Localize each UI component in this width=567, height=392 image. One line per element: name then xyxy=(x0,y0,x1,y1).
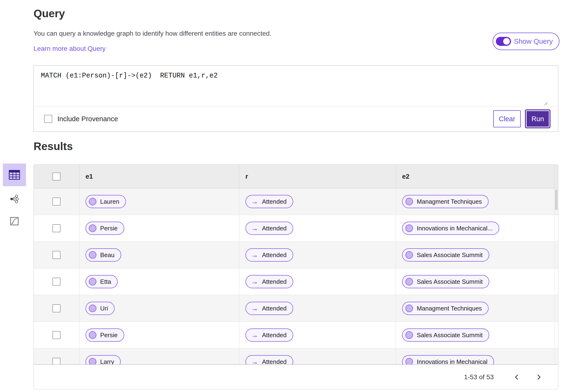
include-provenance-checkbox[interactable] xyxy=(44,115,52,123)
entity-chip-e1[interactable]: Lauren xyxy=(85,195,126,208)
entity-node-icon xyxy=(89,331,97,339)
entity-label: Lauren xyxy=(100,198,119,205)
row-checkbox[interactable] xyxy=(53,197,60,206)
chevron-left-icon xyxy=(514,374,520,380)
table-row: Lauren → Attended Managment Techniques xyxy=(34,188,558,215)
toggle-knob xyxy=(503,38,510,45)
show-query-label: Show Query xyxy=(514,37,553,45)
results-table: e1 r e2 Lauren → Attended Managment Tech… xyxy=(34,165,558,364)
query-description: You can query a knowledge graph to ident… xyxy=(34,30,271,37)
table-row: Etta → Attended Sales Associate Summit xyxy=(34,268,558,295)
relation-label: Attended xyxy=(262,278,287,285)
relation-chip[interactable]: → Attended xyxy=(246,302,293,315)
entity-label: Managment Techniques xyxy=(417,305,482,312)
relation-label: Attended xyxy=(262,358,287,365)
entity-label: Persie xyxy=(100,225,118,232)
query-editor-card: MATCH (e1:Person)-[r]->(e2) RETURN e1,r,… xyxy=(34,65,558,132)
pagination-bar: 1-53 of 53 xyxy=(34,364,558,389)
entity-chip-e1[interactable]: Persie xyxy=(85,328,124,342)
entity-node-icon xyxy=(405,224,413,232)
row-checkbox[interactable] xyxy=(53,251,60,259)
network-view-button[interactable] xyxy=(3,190,26,209)
relation-chip[interactable]: → Attended xyxy=(246,248,293,262)
query-input[interactable]: MATCH (e1:Person)-[r]->(e2) RETURN e1,r,… xyxy=(34,66,558,106)
toggle-switch-icon[interactable] xyxy=(496,37,511,46)
entity-chip-e1[interactable]: Uri xyxy=(85,302,115,315)
previous-page-button[interactable] xyxy=(511,371,523,383)
entity-label: Beau xyxy=(100,252,115,259)
entity-chip-e2[interactable]: Managment Techniques xyxy=(402,195,489,208)
row-checkbox[interactable] xyxy=(53,358,60,364)
entity-chip-e1[interactable]: Beau xyxy=(85,248,121,262)
clear-button[interactable]: Clear xyxy=(493,110,521,127)
entity-label: Larry xyxy=(100,358,114,365)
relation-arrow-icon: → xyxy=(249,198,258,205)
relation-chip[interactable]: → Attended xyxy=(246,355,293,364)
relation-chip[interactable]: → Attended xyxy=(246,222,293,235)
query-controls: Include Provenance Clear Run xyxy=(34,106,558,131)
entity-label: Innovations in Mechanical... xyxy=(417,225,493,232)
relation-label: Attended xyxy=(262,332,287,339)
entity-label: Persie xyxy=(100,332,118,339)
results-title: Results xyxy=(34,140,73,153)
relation-chip[interactable]: → Attended xyxy=(246,275,293,288)
relation-arrow-icon: → xyxy=(249,358,258,364)
table-view-button[interactable] xyxy=(3,164,26,186)
relation-chip[interactable]: → Attended xyxy=(246,195,293,208)
entity-label: Sales Associate Summit xyxy=(417,332,483,339)
entity-label: Etta xyxy=(100,278,111,285)
entity-chip-e1[interactable]: Etta xyxy=(85,275,118,288)
entity-chip-e2[interactable]: Sales Associate Summit xyxy=(402,328,489,342)
next-page-button[interactable] xyxy=(533,371,545,383)
relation-arrow-icon: → xyxy=(249,225,258,232)
row-checkbox[interactable] xyxy=(53,224,60,232)
show-query-toggle[interactable]: Show Query xyxy=(493,33,559,50)
entity-node-icon xyxy=(89,198,97,205)
chevron-right-icon xyxy=(535,374,542,380)
entity-label: Innovations in Mechanical xyxy=(417,358,487,365)
row-checkbox[interactable] xyxy=(53,331,60,339)
relation-arrow-icon: → xyxy=(249,305,258,312)
row-checkbox[interactable] xyxy=(53,278,60,286)
table-row: Uri → Attended Managment Techniques xyxy=(34,295,558,322)
table-row: Beau → Attended Sales Associate Summit xyxy=(34,242,558,268)
relation-arrow-icon: → xyxy=(249,252,258,258)
entity-label: Sales Associate Summit xyxy=(417,252,483,259)
resize-grip-icon[interactable] xyxy=(543,101,548,105)
entity-chip-e2[interactable]: Managment Techniques xyxy=(402,302,489,315)
relation-chip[interactable]: → Attended xyxy=(246,328,293,342)
entity-node-icon xyxy=(405,198,413,205)
pagination-range-label: 1-53 of 53 xyxy=(464,373,494,381)
entity-label: Sales Associate Summit xyxy=(417,278,483,285)
run-button[interactable]: Run xyxy=(526,110,550,127)
entity-node-icon xyxy=(405,358,413,364)
learn-more-link[interactable]: Learn more about Query xyxy=(34,45,106,53)
table-header-row: e1 r e2 xyxy=(34,165,558,188)
vertical-scrollbar-thumb[interactable] xyxy=(555,189,558,210)
entity-chip-e2[interactable]: Innovations in Mechanical xyxy=(402,355,494,364)
include-provenance-label: Include Provenance xyxy=(57,115,118,123)
chart-view-button[interactable] xyxy=(3,212,26,231)
entity-node-icon xyxy=(89,278,97,285)
entity-node-icon xyxy=(405,251,413,259)
entity-chip-e1[interactable]: Larry xyxy=(85,355,121,364)
entity-chip-e2[interactable]: Sales Associate Summit xyxy=(402,248,489,262)
table-row: Larry → Attended Innovations in Mechanic… xyxy=(34,349,558,364)
entity-node-icon xyxy=(405,278,413,285)
table-row: Persie → Attended Sales Associate Summit xyxy=(34,322,558,349)
relation-arrow-icon: → xyxy=(249,332,258,339)
select-all-checkbox[interactable] xyxy=(53,172,60,181)
table-view-icon xyxy=(9,170,20,180)
entity-label: Managment Techniques xyxy=(417,198,482,205)
entity-node-icon xyxy=(89,224,97,232)
entity-chip-e2[interactable]: Innovations in Mechanical... xyxy=(402,222,499,235)
column-header-r: r xyxy=(239,173,248,180)
entity-chip-e2[interactable]: Sales Associate Summit xyxy=(402,275,489,288)
entity-chip-e1[interactable]: Persie xyxy=(85,222,124,235)
relation-label: Attended xyxy=(262,305,287,312)
entity-node-icon xyxy=(405,331,413,339)
row-checkbox[interactable] xyxy=(53,304,60,312)
relation-label: Attended xyxy=(262,252,287,259)
relation-arrow-icon: → xyxy=(249,278,258,285)
page-title: Query xyxy=(34,7,65,20)
